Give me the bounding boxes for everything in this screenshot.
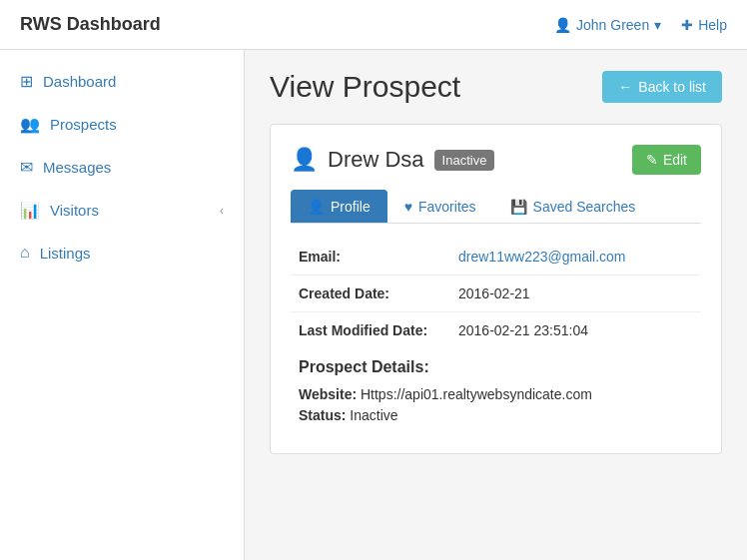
bar-chart-icon: 📊 [20,201,40,220]
status-badge: Inactive [434,150,495,171]
email-value: drew11ww223@gmail.com [450,239,701,276]
back-button-label: Back to list [638,79,706,95]
website-label: Website: [299,386,357,402]
sidebar-item-visitors[interactable]: 📊 Visitors ‹ [0,189,244,232]
user-icon: 👤 [554,17,571,33]
envelope-icon: ✉ [20,158,33,177]
edit-button-label: Edit [663,152,687,168]
website-value: Https://api01.realtywebsyndicate.com [361,386,592,402]
created-date-label: Created Date: [291,276,450,312]
tab-favorites[interactable]: ♥ Favorites [387,190,493,223]
prospect-tabs: 👤 Profile ♥ Favorites 💾 Saved Searches [291,190,701,224]
sidebar-item-label: Dashboard [43,73,116,90]
prospect-name-row: 👤 Drew Dsa Inactive [291,147,494,173]
website-row: Website: Https://api01.realtywebsyndicat… [299,386,693,402]
help-icon: ✚ [681,17,693,33]
heart-icon: ♥ [404,199,412,215]
prospect-header: 👤 Drew Dsa Inactive ✎ Edit [291,145,701,175]
arrow-left-icon: ← [618,79,632,95]
user-menu[interactable]: 👤 John Green ▾ [554,17,661,33]
email-label: Email: [291,239,450,276]
details-title: Prospect Details: [299,358,693,376]
info-table: Email: drew11ww223@gmail.com Created Dat… [291,239,701,348]
help-label: Help [698,17,727,33]
sidebar-item-label: Visitors [50,202,99,219]
navbar: RWS Dashboard 👤 John Green ▾ ✚ Help [0,0,747,50]
email-link[interactable]: drew11ww223@gmail.com [458,249,626,265]
tab-saved-searches[interactable]: 💾 Saved Searches [493,190,653,223]
prospect-card: 👤 Drew Dsa Inactive ✎ Edit 👤 Profile ♥ F… [270,124,722,454]
tab-favorites-label: Favorites [418,199,476,215]
prospect-user-icon: 👤 [291,147,318,173]
sidebar-item-dashboard[interactable]: ⊞ Dashboard [0,60,244,103]
chevron-down-icon: ▾ [654,17,661,33]
last-modified-value: 2016-02-21 23:51:04 [450,312,701,349]
grid-icon: ⊞ [20,72,33,91]
prospect-details: Prospect Details: Website: Https://api01… [291,348,701,433]
sidebar-item-label: Prospects [50,116,117,133]
tab-saved-searches-label: Saved Searches [533,199,636,215]
email-row: Email: drew11ww223@gmail.com [291,239,701,276]
sidebar-item-label: Messages [43,159,111,176]
edit-icon: ✎ [646,152,658,168]
page-header: View Prospect ← Back to list [270,70,722,104]
edit-button[interactable]: ✎ Edit [632,145,701,175]
created-date-row: Created Date: 2016-02-21 [291,276,701,312]
tab-profile[interactable]: 👤 Profile [291,190,387,223]
navbar-right: 👤 John Green ▾ ✚ Help [554,17,727,33]
sidebar-item-prospects[interactable]: 👥 Prospects [0,103,244,146]
group-icon: 👥 [20,115,40,134]
home-icon: ⌂ [20,244,30,262]
back-to-list-button[interactable]: ← Back to list [602,71,722,103]
page-title: View Prospect [270,70,460,104]
floppy-icon: 💾 [510,199,527,215]
sidebar-item-messages[interactable]: ✉ Messages [0,146,244,189]
main-content: View Prospect ← Back to list 👤 Drew Dsa … [245,50,747,560]
sidebar-item-label: Listings [40,245,91,262]
status-row: Status: Inactive [299,407,693,423]
chevron-left-icon: ‹ [220,204,224,218]
help-link[interactable]: ✚ Help [681,17,727,33]
user-name: John Green [576,17,649,33]
tab-profile-label: Profile [331,199,371,215]
status-value: Inactive [350,407,397,423]
last-modified-row: Last Modified Date: 2016-02-21 23:51:04 [291,312,701,349]
last-modified-label: Last Modified Date: [291,312,450,349]
sidebar: ⊞ Dashboard 👥 Prospects ✉ Messages 📊 Vis… [0,50,245,560]
layout: ⊞ Dashboard 👥 Prospects ✉ Messages 📊 Vis… [0,50,747,560]
sidebar-item-listings[interactable]: ⌂ Listings [0,232,244,274]
status-label: Status: [299,407,346,423]
created-date-value: 2016-02-21 [450,276,701,312]
profile-tab-icon: 👤 [308,199,325,215]
prospect-name: Drew Dsa [328,147,424,173]
brand-title: RWS Dashboard [20,14,161,35]
